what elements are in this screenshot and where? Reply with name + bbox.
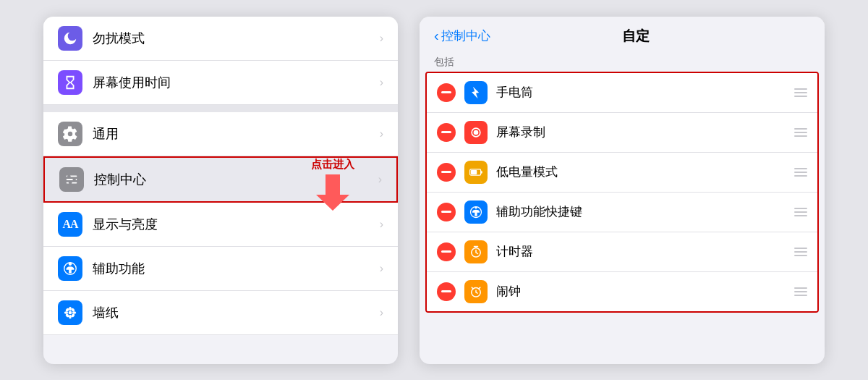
section-header: 包括 (420, 51, 825, 72)
alarm-drag-handle[interactable] (794, 287, 807, 296)
remove-screenrecord-button[interactable] (437, 123, 456, 142)
dnd-icon-box (58, 26, 82, 51)
timer-label: 计时器 (496, 243, 786, 260)
right-panel: ‹ 控制中心 自定 包括 手电筒 屏幕录制 (420, 17, 825, 364)
accessibility-ctrl-label: 辅助功能快捷键 (496, 203, 786, 220)
settings-item-general[interactable]: 通用 › (43, 112, 398, 156)
svg-point-4 (72, 177, 76, 181)
control-item-lowpower: 低电量模式 (427, 153, 817, 193)
moon-icon (62, 30, 78, 46)
remove-timer-button[interactable] (437, 242, 456, 261)
flower-icon (62, 305, 78, 321)
screenrecord-drag-handle[interactable] (794, 128, 807, 137)
timer-icon-box (464, 240, 488, 263)
gear-icon (62, 126, 78, 142)
svg-point-10 (69, 314, 72, 318)
dnd-chevron: › (380, 32, 383, 45)
screentime-chevron: › (380, 76, 383, 89)
svg-rect-22 (471, 170, 477, 174)
accessibility-ctrl-icon-box (464, 200, 488, 224)
general-label: 通用 (93, 125, 375, 143)
settings-item-screentime[interactable]: 屏幕使用时间 › (43, 61, 398, 105)
accessibility-chevron: › (380, 262, 383, 275)
settings-item-display[interactable]: AA 显示与亮度 › (43, 203, 398, 247)
dnd-label: 勿扰模式 (93, 30, 375, 47)
remove-lowpower-button[interactable] (437, 163, 456, 182)
control-item-alarm: 闹钟 (427, 272, 817, 311)
timer-icon (469, 245, 483, 259)
settings-list: 勿扰模式 › 屏幕使用时间 › 通用 › 控制中心 › (43, 17, 398, 335)
flashlight-icon (469, 85, 483, 100)
lowpower-drag-handle[interactable] (794, 168, 807, 177)
screentime-icon-box (58, 70, 82, 95)
accessibility-icon (469, 205, 483, 219)
display-chevron: › (380, 218, 383, 231)
svg-point-9 (69, 306, 72, 311)
general-icon-box (58, 122, 82, 146)
svg-point-8 (69, 311, 72, 314)
control-item-accessibility: 辅助功能快捷键 (427, 193, 817, 232)
remove-alarm-button[interactable] (437, 282, 456, 301)
flashlight-icon-box (464, 81, 488, 104)
display-label: 显示与亮度 (93, 216, 375, 233)
controlcenter-label: 控制中心 (94, 171, 374, 188)
wallpaper-chevron: › (380, 306, 383, 319)
flashlight-label: 手电筒 (496, 84, 786, 101)
person-circle-icon (62, 261, 78, 276)
alarm-label: 闹钟 (496, 283, 786, 300)
battery-icon (469, 165, 483, 180)
control-item-screenrecord: 屏幕录制 (427, 113, 817, 153)
control-list: 手电筒 屏幕录制 低电量模式 (425, 72, 819, 313)
record-icon (469, 125, 483, 140)
controlcenter-icon-box (59, 167, 84, 192)
control-item-timer: 计时器 (427, 232, 817, 272)
screentime-label: 屏幕使用时间 (93, 74, 375, 91)
display-icon-box: AA (58, 212, 82, 237)
lowpower-label: 低电量模式 (496, 164, 786, 180)
general-chevron: › (380, 127, 383, 140)
alarm-icon (469, 284, 483, 299)
left-panel: 勿扰模式 › 屏幕使用时间 › 通用 › 控制中心 › (43, 17, 398, 364)
flashlight-drag-handle[interactable] (794, 88, 807, 97)
settings-item-wallpaper[interactable]: 墙纸 › (43, 291, 398, 335)
lowpower-icon-box (464, 161, 488, 184)
timer-drag-handle[interactable] (794, 248, 807, 256)
svg-point-11 (64, 311, 69, 314)
hourglass-icon (62, 75, 78, 90)
svg-rect-21 (481, 171, 482, 173)
settings-item-accessibility[interactable]: 辅助功能 › (43, 247, 398, 291)
accessibility-label: 辅助功能 (93, 260, 375, 277)
svg-point-3 (67, 174, 71, 178)
accessibility-icon-box (58, 256, 82, 281)
remove-flashlight-button[interactable] (437, 83, 456, 102)
screenrecord-label: 屏幕录制 (496, 124, 786, 140)
right-title: 自定 (490, 27, 781, 46)
accessibility-drag-handle[interactable] (794, 208, 807, 216)
control-item-flashlight: 手电筒 (427, 73, 817, 113)
wallpaper-label: 墙纸 (93, 304, 375, 321)
settings-item-controlcenter[interactable]: 控制中心 › (43, 156, 398, 203)
back-button[interactable]: ‹ 控制中心 (434, 28, 490, 44)
svg-point-19 (474, 130, 479, 135)
separator1 (43, 105, 398, 112)
svg-point-5 (69, 181, 72, 185)
back-chevron-icon: ‹ (434, 28, 439, 44)
wallpaper-icon-box (58, 300, 82, 325)
screenrecord-icon-box (464, 121, 488, 144)
right-header: ‹ 控制中心 自定 (420, 17, 825, 51)
svg-point-12 (72, 311, 77, 314)
sliders-icon (64, 172, 80, 187)
alarm-icon-box (464, 280, 488, 303)
settings-item-dnd[interactable]: 勿扰模式 › (43, 17, 398, 61)
controlcenter-chevron: › (378, 173, 382, 186)
back-label: 控制中心 (441, 28, 490, 44)
remove-accessibility-button[interactable] (437, 203, 456, 221)
